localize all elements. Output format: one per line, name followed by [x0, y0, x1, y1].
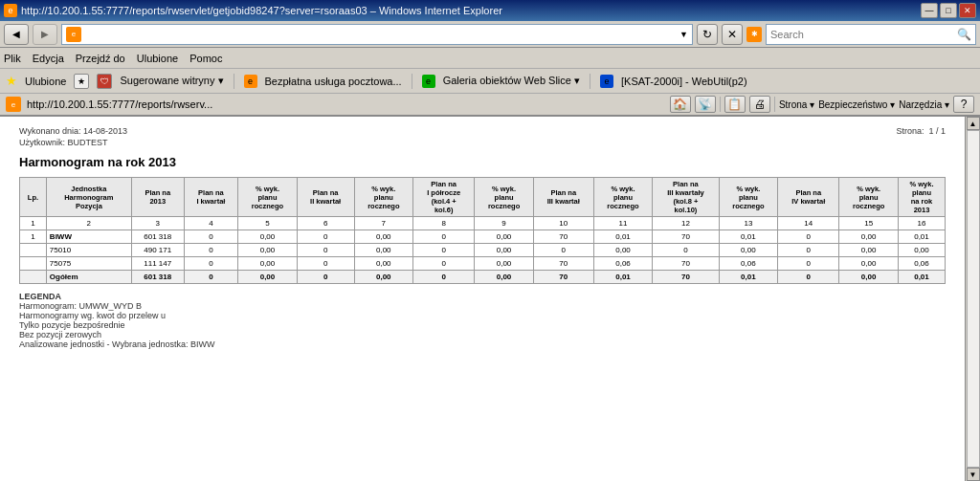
table-row: 75010 490 171 0 0,00 0 0,00 0 0,00 0 0,0… [20, 244, 946, 257]
cell-val: 0,00 [354, 257, 413, 271]
back-button[interactable]: ◀ [4, 24, 29, 45]
colnum-4: 4 [184, 217, 238, 230]
cell-val: 0,00 [475, 257, 534, 271]
col-wyk-q1: % wyk.planurocznego [238, 178, 298, 217]
legend-line-1: Harmonogram: UMWW_WYD B [19, 301, 946, 311]
cell-val: 0 [413, 257, 475, 271]
scroll-down-button[interactable]: ▼ [967, 468, 980, 481]
menu-edycja[interactable]: Edycja [33, 53, 64, 64]
cell-val: 0,01 [719, 230, 778, 244]
colnum-8: 8 [413, 217, 475, 230]
menu-plik[interactable]: Plik [4, 53, 21, 64]
col-plan-h1: Plan naI półrocze(kol.4 +kol.6) [413, 178, 475, 217]
cell-val: 70 [653, 257, 719, 271]
menu-bar: Plik Edycja Przejdź do Ulubione Pomoc [0, 48, 980, 69]
maximize-button[interactable]: □ [940, 3, 957, 18]
cell-val: 0,00 [475, 244, 534, 257]
security-menu[interactable]: Bezpieczeństwo ▾ [818, 99, 895, 110]
cell-name: BIWW [46, 230, 131, 244]
total-val: 0 [297, 271, 354, 284]
feeds-button[interactable]: 📡 [695, 96, 716, 113]
fav-sugerowane[interactable]: Sugerowane witryny ▾ [120, 75, 223, 87]
scroll-track[interactable] [967, 130, 980, 468]
help-button[interactable]: ? [953, 96, 974, 113]
colnum-12: 12 [653, 217, 719, 230]
table-row: 1 BIWW 601 318 0 0,00 0 0,00 0 0,00 70 0… [20, 230, 946, 244]
legend: LEGENDA Harmonogram: UMWW_WYD B Harmonog… [19, 292, 946, 349]
legend-line-2: Harmonogramy wg. kwot do przelew u [19, 311, 946, 320]
close-button[interactable]: ✕ [959, 3, 976, 18]
menu-pomoc[interactable]: Pomoc [189, 53, 222, 64]
window-title: http://10.200.1.55:7777/reports/rwservle… [21, 5, 502, 16]
colnum-9: 9 [475, 217, 534, 230]
stop-button[interactable]: ✕ [722, 24, 743, 45]
colnum-5: 5 [238, 217, 298, 230]
search-button[interactable]: 🔍 [957, 28, 971, 41]
toolbar-sep-1 [720, 97, 721, 112]
fav-sep-1 [234, 74, 234, 89]
secondary-toolbar: e http://10.200.1.55:7777/reports/rwserv… [0, 94, 980, 117]
colnum-3: 3 [131, 217, 184, 230]
cell-val: 0 [413, 244, 475, 257]
col-plan-3q: Plan naIII kwartały(kol.8 +kol.10) [653, 178, 719, 217]
cell-val: 0 [653, 244, 719, 257]
fav-bezplatna[interactable]: Bezpłatna usługa pocztowa... [265, 76, 402, 87]
cell-val: 0,01 [898, 230, 945, 244]
total-label: Ogółem [46, 271, 131, 284]
cell-val: 0 [297, 257, 354, 271]
scroll-up-button[interactable]: ▲ [967, 117, 980, 130]
total-val: 601 318 [131, 271, 184, 284]
fav-sep-2 [412, 74, 412, 89]
cell-val: 0 [413, 230, 475, 244]
legend-title: LEGENDA [19, 292, 946, 301]
col-plan-q2: Plan naII kwartał [297, 178, 354, 217]
cell-val: 0,00 [354, 230, 413, 244]
safety-icon: 🛡 [97, 74, 112, 89]
colnum-6: 6 [297, 217, 354, 230]
cell-val: 0,00 [898, 244, 945, 257]
table-header-row: Lp. JednostkaHarmonogramPozycja Plan na2… [20, 178, 946, 217]
fav-bezplatna-icon: e [244, 75, 257, 88]
total-val: 0,00 [354, 271, 413, 284]
home-button[interactable]: 🏠 [670, 96, 691, 113]
add-favorites-icon[interactable]: ★ [74, 74, 89, 89]
cell-val: 0,06 [719, 257, 778, 271]
forward-button[interactable]: ▶ [33, 24, 57, 45]
live-search-icon: ✱ [746, 27, 762, 42]
content-area: Wykonano dnia: 14-08-2013 Użytkownik: BU… [0, 117, 980, 481]
col-wyk-3q: % wyk.planurocznego [719, 178, 778, 217]
fav-galeria[interactable]: Galeria obiektów Web Slice ▾ [443, 75, 580, 87]
col-lp: Lp. [20, 178, 47, 217]
page-menu[interactable]: Strona ▾ [779, 99, 814, 110]
tools-menu[interactable]: Narzędzia ▾ [899, 99, 949, 110]
cell-val: 0,06 [898, 257, 945, 271]
col-plan-q1: Plan naI kwartał [184, 178, 238, 217]
total-val: 0,01 [898, 271, 945, 284]
scrollbar[interactable]: ▲ ▼ [965, 117, 980, 481]
cell-val: 70 [533, 257, 593, 271]
cell-val: 0,01 [593, 230, 653, 244]
menu-ulubione[interactable]: Ulubione [137, 53, 178, 64]
cell-val: 0,00 [238, 257, 298, 271]
dropdown-arrow-icon[interactable]: ▼ [679, 30, 688, 39]
fav-sep-3 [590, 74, 590, 89]
total-lp [20, 271, 47, 284]
refresh-button[interactable]: ↻ [697, 24, 718, 45]
legend-line-4: Bez pozycji zerowych [19, 330, 946, 339]
colnum-1: 1 [20, 217, 47, 230]
print-preview-button[interactable]: 📋 [724, 96, 746, 113]
print-button[interactable]: 🖨 [749, 96, 770, 113]
fav-galeria-icon: e [422, 75, 435, 88]
colnum-16: 16 [898, 217, 945, 230]
cell-name: 75075 [46, 257, 131, 271]
menu-przejdz[interactable]: Przejdź do [76, 53, 125, 64]
favorites-button[interactable]: Ulubione [25, 76, 66, 87]
fav-ksat[interactable]: [KSAT-2000i] - WebUtil(p2) [621, 76, 747, 87]
toolbar-sep-2 [774, 97, 775, 112]
minimize-button[interactable]: — [921, 3, 938, 18]
url-input[interactable]: http://10.200.1.55:7777/reports/rwservle… [85, 29, 676, 40]
report-user: Użytkownik: BUDTEST [19, 138, 127, 147]
report-table: Lp. JednostkaHarmonogramPozycja Plan na2… [19, 177, 946, 284]
total-val: 0,00 [238, 271, 298, 284]
search-input[interactable] [770, 29, 953, 40]
